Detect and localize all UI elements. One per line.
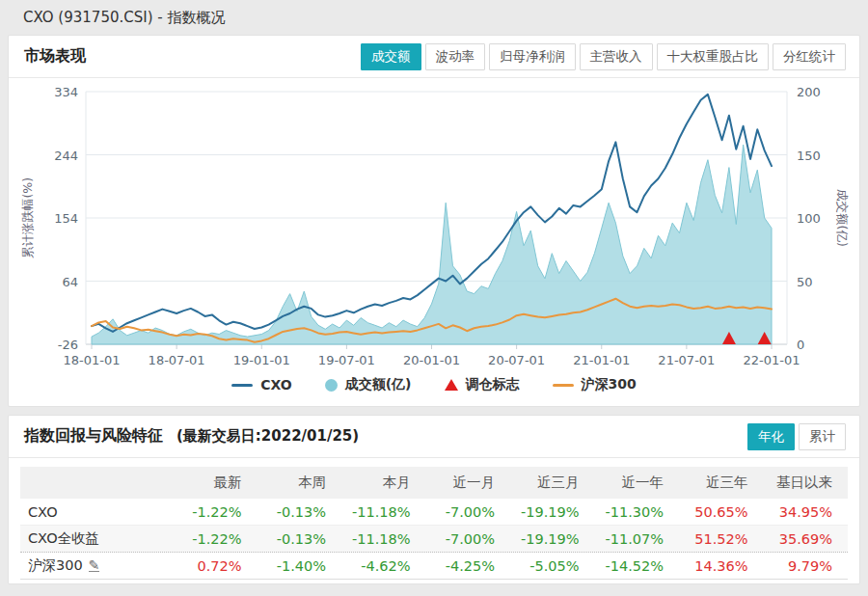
svg-text:18-07-01: 18-07-01: [149, 353, 205, 367]
row-name: CXO全收益: [28, 529, 99, 548]
cell-r2-c4: -5.05%: [510, 558, 595, 574]
circle-swatch-icon: [325, 379, 338, 392]
window-title: CXO (931750.CSI) - 指数概况: [0, 0, 868, 35]
returns-card-header: 指数回报与风险特征(最新交易日:2022/01/25) 年化累计: [9, 416, 859, 458]
metric-tab-0[interactable]: 成交额: [361, 43, 421, 70]
market-card-header: 市场表现 成交额波动率归母净利润主营收入十大权重股占比分红统计: [9, 36, 859, 78]
returns-table: 最新本周本月近一月近三月近一年近三年基日以来CXO-1.22%-0.13%-11…: [20, 467, 848, 580]
legend-item-1[interactable]: 成交额(亿): [325, 376, 412, 393]
cell-r0-c0: -1.22%: [173, 504, 258, 520]
svg-text:64: 64: [62, 275, 78, 289]
legend-label: 成交额(亿): [345, 376, 412, 393]
table-row-1: CXO全收益-1.22%-0.13%-11.18%-7.00%-19.19%-1…: [20, 526, 848, 553]
cell-r2-c3: -4.25%: [426, 558, 511, 574]
svg-text:50: 50: [797, 275, 813, 289]
col-header-7: 基日以来: [764, 474, 849, 492]
metric-tab-1[interactable]: 波动率: [425, 43, 486, 70]
col-header-6: 近三年: [679, 474, 764, 492]
cell-r1-c3: -7.00%: [426, 531, 511, 547]
svg-text:150: 150: [797, 149, 821, 163]
svg-text:334: 334: [54, 85, 78, 99]
row-name-cell: CXO全收益: [20, 529, 173, 548]
cell-r0-c5: -11.30%: [595, 504, 680, 520]
svg-text:244: 244: [54, 149, 78, 163]
legend-label: 沪深300: [582, 376, 637, 393]
period-tab-0[interactable]: 年化: [747, 423, 795, 450]
col-header-1: 本周: [258, 474, 342, 492]
legend-label: 调仓标志: [466, 376, 520, 393]
legend-label: CXO: [260, 377, 291, 393]
metric-tab-2[interactable]: 归母净利润: [489, 43, 576, 70]
svg-text:21-01-01: 21-01-01: [573, 353, 630, 367]
svg-text:100: 100: [797, 211, 821, 226]
col-header-3: 近一月: [426, 474, 511, 492]
svg-text:18-01-01: 18-01-01: [63, 353, 120, 367]
latest-trade-date: (最新交易日:2022/01/25): [176, 427, 359, 445]
legend-item-0[interactable]: CXO: [231, 377, 291, 393]
table-row-2: 沪深300✎0.72%-1.40%-4.62%-4.25%-5.05%-14.5…: [20, 553, 848, 580]
metric-tab-5[interactable]: 分红统计: [773, 43, 846, 70]
market-performance-chart[interactable]: 33424415464-2620015010050018-01-0118-07-…: [9, 80, 861, 369]
col-header-5: 近一年: [595, 474, 680, 492]
returns-title-text: 指数回报与风险特征: [24, 426, 163, 445]
col-header-4: 近三月: [510, 474, 595, 492]
svg-text:19-07-01: 19-07-01: [318, 353, 375, 367]
cell-r0-c3: -7.00%: [426, 504, 511, 520]
left-axis-label: 累计涨跌幅(%): [20, 177, 35, 258]
cell-r2-c1: -1.40%: [258, 558, 342, 574]
cell-r1-c6: 51.52%: [679, 531, 764, 547]
cell-r2-c5: -14.52%: [595, 558, 680, 574]
table-row-0: CXO-1.22%-0.13%-11.18%-7.00%-19.19%-11.3…: [20, 499, 848, 526]
period-tabs: 年化累计: [744, 423, 846, 450]
legend-item-2[interactable]: 调仓标志: [445, 376, 520, 393]
cell-r0-c4: -19.19%: [510, 504, 595, 520]
turnover-area: [92, 145, 772, 344]
cell-r1-c7: 35.69%: [764, 531, 849, 547]
metric-tabs: 成交额波动率归母净利润主营收入十大权重股占比分红统计: [357, 43, 846, 70]
chart-legend: CXO成交额(亿)调仓标志沪深300: [9, 371, 859, 406]
svg-text:22-01-01: 22-01-01: [743, 353, 800, 367]
line-swatch-icon: [231, 384, 253, 387]
svg-text:20-01-01: 20-01-01: [403, 353, 460, 367]
period-tab-1[interactable]: 累计: [799, 423, 846, 450]
row-name: CXO: [28, 504, 58, 520]
row-name: 沪深300: [28, 556, 83, 575]
cell-r2-c0: 0.72%: [173, 558, 258, 574]
cell-r2-c2: -4.62%: [341, 558, 426, 574]
metric-tab-3[interactable]: 主营收入: [580, 43, 653, 70]
right-axis-label: 成交额(亿): [835, 189, 850, 247]
legend-item-3[interactable]: 沪深300: [553, 376, 637, 393]
market-performance-card: 市场表现 成交额波动率归母净利润主营收入十大权重股占比分红统计 33424415…: [8, 35, 860, 407]
svg-text:200: 200: [797, 85, 821, 99]
triangle-swatch-icon: [445, 379, 458, 391]
cell-r0-c7: 34.95%: [764, 504, 849, 520]
edit-benchmark-icon[interactable]: ✎: [89, 560, 100, 572]
cell-r2-c6: 14.36%: [679, 558, 764, 574]
row-name-cell: 沪深300✎: [20, 556, 173, 575]
svg-text:20-07-01: 20-07-01: [488, 353, 545, 367]
col-header-0: 最新: [173, 474, 258, 492]
cell-r2-c7: 9.79%: [764, 558, 849, 574]
line-swatch-icon: [553, 384, 574, 387]
returns-section-title: 指数回报与风险特征(最新交易日:2022/01/25): [24, 426, 359, 447]
metric-tab-4[interactable]: 十大权重股占比: [657, 43, 770, 70]
col-header-2: 本月: [341, 474, 426, 492]
returns-table-header: 最新本周本月近一月近三月近一年近三年基日以来: [20, 467, 848, 499]
svg-text:154: 154: [54, 211, 78, 226]
svg-text:21-07-01: 21-07-01: [658, 353, 715, 367]
cell-r1-c4: -19.19%: [510, 531, 595, 547]
cell-r0-c6: 50.65%: [679, 504, 764, 520]
cell-r1-c0: -1.22%: [173, 531, 258, 547]
cell-r0-c1: -0.13%: [258, 504, 342, 520]
svg-text:0: 0: [797, 338, 804, 352]
svg-text:-26: -26: [58, 338, 78, 352]
cell-r0-c2: -11.18%: [341, 504, 426, 520]
cell-r1-c5: -11.07%: [595, 531, 680, 547]
cell-r1-c2: -11.18%: [341, 531, 426, 547]
svg-text:19-01-01: 19-01-01: [233, 353, 290, 367]
market-section-title: 市场表现: [24, 46, 86, 67]
cell-r1-c1: -0.13%: [258, 531, 342, 547]
row-name-cell: CXO: [20, 504, 173, 520]
returns-risk-card: 指数回报与风险特征(最新交易日:2022/01/25) 年化累计 最新本周本月近…: [8, 415, 860, 584]
